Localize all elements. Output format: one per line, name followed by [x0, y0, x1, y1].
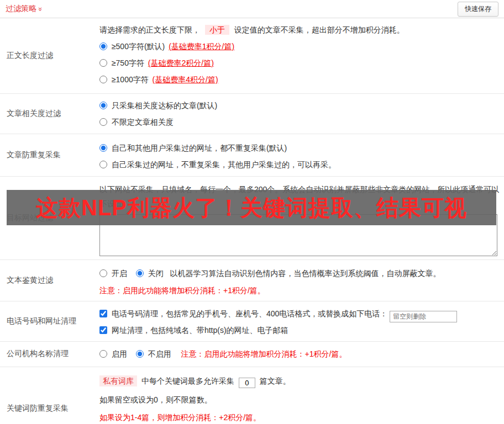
section-label-relevance: 文章相关度过滤 — [0, 94, 99, 134]
checkbox-input-phone-cleanup[interactable] — [99, 310, 107, 317]
section-label-dedup: 文章防重复采集 — [0, 134, 99, 176]
fee-note: (基础费率2积分/篇) — [148, 59, 214, 67]
radio-input-dedup-self[interactable] — [99, 161, 107, 168]
radio-input-relevance-strict[interactable] — [99, 102, 107, 109]
radio-option-dedup-self[interactable]: 自己采集过的网址，不重复采集，其他用户采集过的，可以再采。 — [99, 156, 500, 173]
radio-input-length-1000[interactable] — [99, 76, 107, 83]
radio-option-company-off[interactable]: 不启用 — [136, 349, 174, 358]
keyword-limit-text: 中每个关键词最多允许采集 — [141, 377, 234, 385]
lessthan-highlight: 小于 — [205, 25, 229, 35]
checkbox-input-url-cleanup[interactable] — [99, 326, 107, 334]
page-title-text: 过滤策略 — [6, 4, 36, 14]
radio-option-porn-off[interactable]: 关闭 — [136, 269, 166, 278]
target-site-description: 以下网站不采集，只填域名，每行一个，最多200个。系统会自动识别并屏蔽那些非文章… — [99, 180, 500, 211]
option-label: 启用 — [112, 349, 127, 358]
page-title[interactable]: 过滤策略 » — [6, 4, 43, 14]
radio-input-porn-on[interactable] — [99, 269, 107, 277]
checkbox-option-phone-cleanup[interactable]: 电话号码清理，包括常见的手机号、座机号、400电话格式，或替换成如下电话： — [99, 306, 500, 322]
option-label: 自己采集过的网址，不重复采集，其他用户采集过的，可以再采。 — [112, 160, 336, 169]
option-label: ≥500字符(默认) — [112, 42, 165, 51]
section-target-site-filter: 目标网站过滤 以下网站不采集，只填域名，每行一个，最多200个。系统会自动识别并… — [0, 177, 504, 260]
quick-save-button[interactable]: 快速保存 — [458, 2, 498, 17]
replacement-phone-input[interactable] — [390, 311, 457, 322]
radio-option-company-on[interactable]: 启用 — [99, 349, 129, 358]
radio-option-length-500[interactable]: ≥500字符(默认) (基础费率1积分/篇) — [99, 38, 500, 55]
option-label: ≥1000字符 — [112, 75, 149, 84]
section-label-length: 正文长度过滤 — [0, 18, 99, 93]
option-label: 只采集相关度达标的文章(默认) — [112, 101, 217, 110]
fee-note: (基础费率4积分/篇) — [153, 75, 218, 84]
section-keyword-dedup: 关键词防重复采集 私有词库 中每个关键词最多允许采集 篇文章。 如果留空或设为0… — [0, 367, 504, 424]
radio-input-relevance-any[interactable] — [99, 118, 107, 126]
section-label-keyword: 关键词防重复采集 — [0, 367, 99, 424]
section-label-target-site: 目标网站过滤 — [0, 177, 99, 259]
section-length-filter: 正文长度过滤 请选择需求的正文长度下限， 小于 设定值的文章不采集，超出部分不增… — [0, 18, 504, 94]
option-label: 不启用 — [148, 349, 171, 358]
radio-input-company-off[interactable] — [136, 350, 144, 358]
section-label-porn: 文本鉴黄过滤 — [0, 260, 99, 301]
section-porn-filter: 文本鉴黄过滤 开启 关闭 以机器学习算法自动识别色情内容，当色情概率达到系统阈值… — [0, 260, 504, 301]
filter-strategy-page: 过滤策略 » 快速保存 正文长度过滤 请选择需求的正文长度下限， 小于 设定值的… — [0, 0, 504, 424]
keyword-note-cost: 如果设为1-4篇，则增加积分消耗：+2积分/篇。 — [99, 411, 500, 423]
radio-input-length-500[interactable] — [99, 43, 107, 50]
radio-input-length-750[interactable] — [99, 59, 107, 67]
option-label: 开启 — [112, 269, 127, 278]
keyword-limit-line: 私有词库 中每个关键词最多允许采集 篇文章。 — [99, 375, 500, 388]
company-cost-note: 注意：启用此功能将增加积分消耗：+1积分/篇。 — [181, 349, 347, 358]
option-label: 电话号码清理，包括常见的手机号、座机号、400电话格式，或替换成如下电话： — [112, 309, 387, 318]
length-intro: 请选择需求的正文长度下限， 小于 设定值的文章不采集，超出部分不增加积分消耗。 — [99, 22, 500, 38]
option-label: 关闭 — [148, 269, 164, 278]
length-intro-after: 设定值的文章不采集，超出部分不增加积分消耗。 — [234, 25, 405, 34]
fee-note: (基础费率1积分/篇) — [169, 42, 234, 51]
length-intro-before: 请选择需求的正文长度下限， — [99, 25, 200, 34]
radio-input-dedup-global[interactable] — [99, 144, 107, 152]
chevron-down-icon: » — [37, 7, 44, 10]
option-label: 自己和其他用户采集过的网址，都不重复采集(默认) — [112, 144, 287, 152]
section-dedup-filter: 文章防重复采集 自己和其他用户采集过的网址，都不重复采集(默认) 自己采集过的网… — [0, 134, 504, 177]
section-label-phone: 电话号码和网址清理 — [0, 301, 99, 341]
porn-description: 以机器学习算法自动识别色情内容，当色情概率达到系统阈值，自动屏蔽文章。 — [170, 269, 441, 278]
private-lexicon-link[interactable]: 私有词库 — [99, 375, 137, 386]
radio-option-relevance-strict[interactable]: 只采集相关度达标的文章(默认) — [99, 97, 500, 114]
section-label-company: 公司机构名称清理 — [0, 342, 99, 367]
option-label: 网址清理，包括纯域名、带http(s)的网址、电子邮箱 — [112, 326, 288, 335]
keyword-note-zero: 如果留空或设为0，则不限篇数。 — [99, 394, 500, 406]
keyword-limit-input[interactable] — [239, 378, 255, 388]
section-company-cleanup: 公司机构名称清理 启用 不启用 注意：启用此功能将增加积分消耗：+1积分/篇。 — [0, 342, 504, 367]
radio-option-relevance-any[interactable]: 不限定文章相关度 — [99, 114, 500, 130]
option-label: 不限定文章相关度 — [112, 118, 174, 126]
porn-cost-note: 注意：启用此功能将增加积分消耗：+1积分/篇。 — [99, 284, 500, 296]
keyword-limit-suffix: 篇文章。 — [260, 377, 291, 385]
radio-input-company-on[interactable] — [99, 350, 107, 358]
option-label: ≥750字符 — [112, 59, 144, 67]
section-relevance-filter: 文章相关度过滤 只采集相关度达标的文章(默认) 不限定文章相关度 — [0, 94, 504, 134]
section-phone-url-cleanup: 电话号码和网址清理 电话号码清理，包括常见的手机号、座机号、400电话格式，或替… — [0, 301, 504, 342]
radio-option-dedup-global[interactable]: 自己和其他用户采集过的网址，都不重复采集(默认) — [99, 140, 500, 156]
radio-option-length-1000[interactable]: ≥1000字符 (基础费率4积分/篇) — [99, 71, 500, 88]
radio-input-porn-off[interactable] — [136, 269, 144, 277]
radio-option-length-750[interactable]: ≥750字符 (基础费率2积分/篇) — [99, 55, 500, 71]
blocked-sites-textarea[interactable] — [99, 214, 497, 256]
radio-option-porn-on[interactable]: 开启 — [99, 269, 129, 278]
topbar: 过滤策略 » 快速保存 — [0, 0, 504, 18]
checkbox-option-url-cleanup[interactable]: 网址清理，包括纯域名、带http(s)的网址、电子邮箱 — [99, 322, 500, 338]
